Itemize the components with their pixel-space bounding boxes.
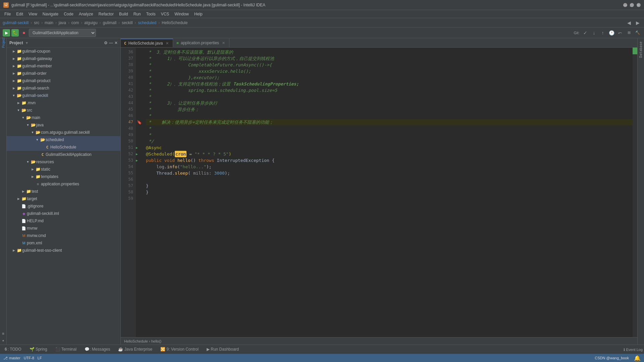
folder-icon-src: 📂 [21,108,27,113]
bottom-tab-todo[interactable]: 6: TODO [1,346,25,353]
close-button[interactable]: ✕ [637,3,641,7]
git-button[interactable]: Git: [573,29,580,37]
bc-gulimall-seckill[interactable]: gulimall-seckill [3,20,29,25]
tree-item-gulimallseckillapplication[interactable]: C GulimallSeckillApplication [7,151,120,158]
stop-button[interactable]: ■ [20,29,28,37]
tree-close-icon[interactable]: ✕ [114,41,118,45]
menu-view[interactable]: View [26,10,40,18]
sidebar-structure-icon[interactable]: ≡ [0,330,6,337]
bc-seckill[interactable]: seckill [122,20,133,25]
tree-item-mvn[interactable]: ▶ 📁 .mvn [7,99,120,107]
menu-help[interactable]: Help [192,10,205,18]
tab-helloschedule[interactable]: C HelloSchedule.java ✕ [121,39,173,47]
git-revert[interactable]: ⤺ [616,29,624,37]
tree-item-gitignore[interactable]: 📄 .gitignore [7,202,120,210]
tree-item-order[interactable]: ▶ 📁 gulimall-order [7,70,120,77]
menu-edit[interactable]: Edit [13,10,26,18]
tree-label-product: gulimall-product [22,78,51,83]
maximize-button[interactable]: □ [630,3,634,7]
bottom-tab-rundashboard[interactable]: ▶ Run Dashboard [203,346,242,353]
tree-item-help[interactable]: 📄 HELP.md [7,217,120,225]
tree-item-com-atguigu[interactable]: ▼ 📂 com.atguigu.gulimall.seckill [7,129,120,136]
minimize-button[interactable]: — [623,3,627,7]
bc-atguigu[interactable]: atguigu [84,20,97,25]
menu-file[interactable]: File [2,10,13,18]
debug-button[interactable]: 🐛 [11,29,19,37]
tree-item-coupon[interactable]: ▶ 📁 gulimall-coupon [7,48,120,55]
bottom-tab-versioncontrol[interactable]: 🔀 9: Version Control [157,346,202,353]
tree-item-resources[interactable]: ▼ 📂 resources [7,158,120,166]
tree-item-search[interactable]: ▶ 📁 gulimall-search [7,84,120,92]
tab-applicationprops[interactable]: ≡ application.properties ✕ [173,39,229,47]
run-button[interactable]: ▶ [3,29,10,37]
tree-item-src[interactable]: ▼ 📂 src [7,107,120,114]
bc-main[interactable]: main [45,20,53,25]
tree-item-java[interactable]: ▼ 📂 java [7,121,120,129]
tree-item-target[interactable]: ▶ 📁 target [7,195,120,202]
run-config-select[interactable]: GulimallSeckillApplication [29,29,96,37]
vcs-button[interactable]: ⊞ [625,29,633,37]
tree-item-test[interactable]: ▶ 📁 test [7,188,120,195]
bc-src[interactable]: src [34,20,39,25]
sidebar-project-icon[interactable]: Project [0,40,6,46]
code-line-59 [146,195,633,202]
tree-item-gateway[interactable]: ▶ 📁 gulimall-gateway [7,55,120,62]
menu-analyze[interactable]: Analyze [76,10,96,18]
tree-item-iml[interactable]: ◆ gulimall-seckill.iml [7,210,120,217]
git-update[interactable]: ↓ [590,29,598,37]
tree-label-src: src [27,108,32,113]
tree-item-member[interactable]: ▶ 📁 gulimall-member [7,62,120,70]
bc-gulimall[interactable]: gulimall [103,20,116,25]
run-gutter-icon-51[interactable]: ▶ [136,146,138,149]
nav-back-button[interactable]: ◀ [625,19,633,26]
menu-window[interactable]: Window [172,10,192,18]
tree-item-templates[interactable]: ▶ 📁 templates [7,173,120,180]
menu-tools[interactable]: Tools [144,10,158,18]
tree-item-mvnw[interactable]: 📄 mvnw [7,225,120,232]
bottom-tab-javaenterprise[interactable]: ☕ Java Enterprise [115,346,156,353]
tab-helloschedule-close[interactable]: ✕ [165,41,169,46]
menu-run[interactable]: Run [131,10,144,18]
git-checkmark[interactable]: ✓ [582,29,589,37]
build-button[interactable]: 🔨 [634,29,641,37]
menu-navigate[interactable]: Navigate [40,10,61,18]
git-history[interactable]: 🕐 [608,29,615,37]
tree-item-scheduled-folder[interactable]: ▼ 📂 scheduled [7,136,120,143]
tree-item-helloschedule[interactable]: C HelloSchedule [7,143,120,151]
status-branch[interactable]: ⎇ master [3,356,20,360]
status-notifications[interactable]: 🔔 [634,355,641,361]
tree-item-pom[interactable]: M pom.xml [7,239,120,247]
nav-forward-button[interactable]: ▶ [634,19,641,26]
sidebar-favorites-icon[interactable]: ★ [0,337,6,343]
menu-code[interactable]: Code [61,10,76,18]
tree-collapse-icon[interactable]: — [109,41,113,45]
bottom-tab-spring[interactable]: 🌱 Spring [26,346,51,353]
database-sidebar-label[interactable]: Database [639,40,643,60]
tree-item-application-properties[interactable]: ≡ application.properties [7,180,120,188]
git-push[interactable]: ↑ [599,29,606,37]
bottom-tab-terminal[interactable]: ⬛ Terminal [52,346,80,353]
run-gutter-icon-52[interactable]: ▶ [136,152,138,156]
status-lf[interactable]: LF [38,356,42,360]
tree-item-product[interactable]: ▶ 📁 gulimall-product [7,77,120,84]
bottom-event-log[interactable]: ℹ Event Log [624,347,643,352]
bc-helloschedule[interactable]: HelloSchedule [162,20,187,25]
tab-applicationprops-close[interactable]: ✕ [221,41,226,45]
run-gutter-icon-53[interactable]: ▶ [136,159,138,162]
bottom-tab-messages[interactable]: 💬: Messages [81,346,113,353]
menu-vcs[interactable]: VCS [158,10,172,18]
tree-item-test-sso[interactable]: ▶ 📁 gulimall-test-sso-client [7,247,120,254]
bc-scheduled[interactable]: scheduled [138,20,156,25]
code-editor[interactable]: * 3、定时任务不应该阻塞。默认是阻塞的 * 1）、可以让业务运行以异步的方式，… [143,48,633,337]
bc-java[interactable]: java [59,20,66,25]
bc-com[interactable]: com [71,20,79,25]
tree-item-mvnwcmd[interactable]: M mvnw.cmd [7,232,120,239]
tree-settings-icon[interactable]: ⚙ [104,41,108,45]
window-controls[interactable]: — □ ✕ [623,3,641,7]
menu-refactor[interactable]: Refactor [96,10,116,18]
menu-build[interactable]: Build [116,10,131,18]
tree-item-seckill[interactable]: ▼ 📂 gulimall-seckill [7,92,120,99]
tree-item-main[interactable]: ▼ 📂 main [7,114,120,121]
tree-item-static[interactable]: ▶ 📁 static [7,166,120,173]
status-encoding[interactable]: UTF-8 [24,356,34,360]
